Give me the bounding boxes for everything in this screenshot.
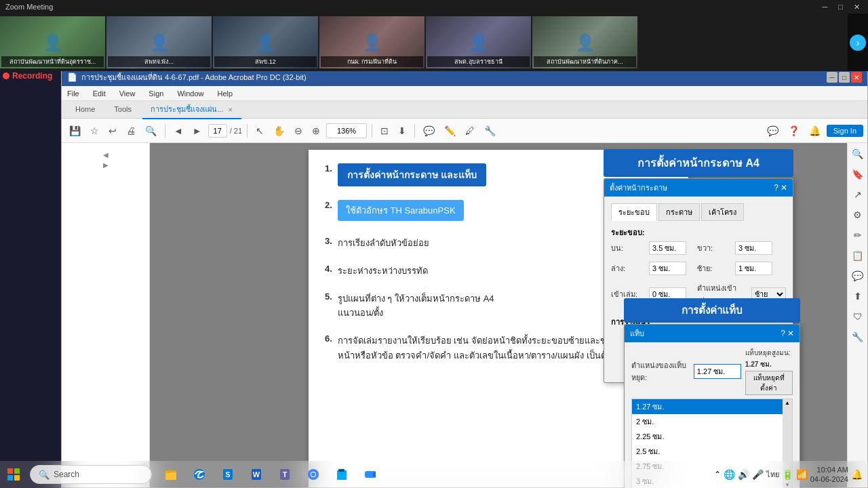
recording-label: Recording bbox=[12, 71, 52, 81]
menu-window[interactable]: Window bbox=[174, 88, 206, 99]
toolbar-comment2-button[interactable]: 💬 bbox=[764, 123, 782, 138]
rt-shield-button[interactable]: 🛡 bbox=[850, 308, 865, 325]
taskbar-app-explorer[interactable] bbox=[157, 461, 184, 488]
system-tray-up-icon[interactable]: ⌃ bbox=[714, 470, 721, 479]
toolbar-next-page-button[interactable]: ► bbox=[189, 123, 205, 138]
toolbar-pen-button[interactable]: ✏️ bbox=[441, 123, 459, 138]
dialog2-help-button[interactable]: ? bbox=[781, 329, 785, 338]
taskbar-app-word[interactable]: W bbox=[243, 461, 270, 488]
rt-bookmark-button[interactable]: 🔖 bbox=[849, 166, 866, 182]
dialog1-tab-margin[interactable]: ระยะขอบ bbox=[611, 203, 657, 221]
toolbar-notify-button[interactable]: 🔔 bbox=[806, 123, 824, 138]
rt-paste-button[interactable]: 📋 bbox=[849, 247, 866, 264]
menu-file[interactable]: File bbox=[64, 88, 82, 99]
dialog1-top-input[interactable] bbox=[649, 241, 686, 255]
start-button[interactable] bbox=[0, 461, 27, 488]
taskbar-app-teams[interactable]: T bbox=[271, 461, 298, 488]
video-thumb-5[interactable]: 👤 สพด.อุบลราชธานี bbox=[426, 16, 531, 68]
menu-view[interactable]: View bbox=[117, 88, 138, 99]
rt-pen-button[interactable]: ✏ bbox=[851, 227, 865, 243]
dialog1-help-button[interactable]: ? bbox=[774, 183, 778, 192]
windows-logo-icon bbox=[7, 468, 20, 481]
taskbar-app-edge[interactable] bbox=[186, 461, 213, 488]
toolbar-bookmark-button[interactable]: ☆ bbox=[87, 123, 102, 138]
menu-sign[interactable]: Sign bbox=[146, 88, 166, 99]
video-thumb-3[interactable]: 👤 สพข.12 bbox=[213, 16, 318, 68]
taskbar-app-zoom[interactable] bbox=[357, 461, 384, 488]
tab-close-icon[interactable]: ✕ bbox=[228, 106, 233, 113]
video-thumb-2[interactable]: 👤 สพทจ.พัง... bbox=[106, 16, 212, 68]
toolbar-highlight-button[interactable]: 🖊 bbox=[462, 123, 478, 138]
taskbar-app-store[interactable]: S bbox=[214, 461, 241, 488]
battery-icon[interactable]: 🔋 bbox=[782, 469, 793, 480]
dialog1-right-input[interactable] bbox=[735, 241, 772, 255]
microphone-icon[interactable]: 🎤 bbox=[752, 469, 764, 480]
menu-edit[interactable]: Edit bbox=[90, 88, 108, 99]
pdf-num-2: 2. bbox=[325, 200, 332, 221]
dialog1-close-button[interactable]: ✕ bbox=[781, 183, 787, 192]
toolbar-zoom-in-button[interactable]: ⊕ bbox=[309, 123, 323, 138]
toolbar-undo-button[interactable]: ↩ bbox=[105, 123, 120, 138]
maximize-button[interactable]: □ bbox=[835, 3, 846, 12]
toolbar-tools-button[interactable]: 🔧 bbox=[481, 123, 499, 138]
menu-help[interactable]: Help bbox=[215, 88, 236, 99]
toolbar-comment-button[interactable]: 💬 bbox=[420, 123, 438, 138]
acrobat-maximize-button[interactable]: □ bbox=[839, 72, 850, 83]
network-icon[interactable]: 🌐 bbox=[724, 469, 735, 480]
dialog1-tab-paper[interactable]: กระดาษ bbox=[658, 203, 700, 221]
acrobat-minimize-button[interactable]: ─ bbox=[827, 72, 837, 83]
toolbar-cursor-button[interactable]: ↖ bbox=[252, 123, 267, 138]
taskbar-datetime[interactable]: 10:04 AM 04-06-2024 bbox=[810, 465, 848, 485]
dialog2-option-4[interactable]: 2.5 ซม. bbox=[632, 444, 792, 459]
rt-zoom-in-button[interactable]: 🔍 bbox=[849, 146, 866, 162]
acrobat-close-button[interactable]: ✕ bbox=[851, 72, 862, 83]
dialog1-bottom-input[interactable] bbox=[649, 262, 686, 275]
toolbar-help-button[interactable]: ❓ bbox=[785, 123, 803, 138]
tab-document[interactable]: การประชุมชี้แจงแผ่น... ✕ bbox=[142, 100, 241, 119]
toolbar-search-button[interactable]: 🔍 bbox=[142, 123, 160, 138]
dialog2-clear-default-button[interactable]: แท็บหยุดที่ตั้งค่า bbox=[745, 371, 793, 395]
rt-share-button[interactable]: ↗ bbox=[851, 186, 865, 203]
tab-tools[interactable]: Tools bbox=[106, 102, 140, 117]
dialog2-option-1[interactable]: 1.27 ซม. bbox=[632, 399, 792, 414]
taskbar-app-files[interactable] bbox=[328, 461, 355, 488]
dialog1-field-left2: ซ้าย: bbox=[697, 262, 786, 275]
dialog1-controls: ? ✕ bbox=[774, 183, 787, 192]
wifi-icon[interactable]: 📶 bbox=[796, 469, 808, 480]
rt-comment-button[interactable]: 💬 bbox=[849, 268, 866, 284]
close-button[interactable]: ✕ bbox=[851, 3, 863, 12]
dialog2-titlebar: แท็บ ? ✕ bbox=[625, 325, 800, 342]
video-thumb-1[interactable]: 👤 สถาบันพัฒนาหน้าที่ดินอุตรราช... bbox=[0, 16, 105, 68]
dialog1-title: ตั้งค่าหน้ากระดาษ bbox=[610, 182, 667, 194]
speaker-icon[interactable]: 🔊 bbox=[738, 469, 749, 480]
minimize-button[interactable]: ─ bbox=[820, 3, 831, 12]
page-number-input[interactable] bbox=[208, 124, 227, 138]
zoom-level-input[interactable] bbox=[326, 123, 367, 138]
video-next-button[interactable]: › bbox=[848, 14, 868, 71]
toolbar-print-button[interactable]: 🖨 bbox=[123, 123, 139, 138]
dialog2-position-input[interactable] bbox=[694, 364, 741, 379]
signin-button[interactable]: Sign In bbox=[827, 125, 863, 137]
toolbar-hand-button[interactable]: ✋ bbox=[270, 123, 288, 138]
dialog2-option-3[interactable]: 2.25 ซม. bbox=[632, 429, 792, 444]
rt-export-button[interactable]: ⬆ bbox=[851, 288, 865, 304]
tab-home[interactable]: Home bbox=[67, 102, 103, 117]
acrobat-title: การประชุมชี้แจงแผนที่ดิน 4-6-67.pdf - Ad… bbox=[81, 71, 307, 83]
toolbar-zoom-out-button[interactable]: ⊖ bbox=[291, 123, 306, 138]
toolbar-save-button[interactable]: 💾 bbox=[66, 123, 84, 138]
dialog1-tab-layout[interactable]: เค้าโครง bbox=[701, 203, 744, 221]
rt-tools-button[interactable]: ⚙ bbox=[850, 207, 865, 223]
rt-settings-button[interactable]: 🔧 bbox=[849, 329, 866, 345]
video-thumb-6[interactable]: 👤 สถาบันพัฒนาหน้าที่ดินภาค... bbox=[532, 16, 637, 68]
dialog2-close-button[interactable]: ✕ bbox=[787, 329, 794, 338]
toolbar-prev-page-button[interactable]: ◄ bbox=[170, 123, 186, 138]
dialog1-tabs: ระยะขอบ กระดาษ เค้าโครง bbox=[611, 203, 786, 221]
dialog2-option-2[interactable]: 2 ซม. bbox=[632, 414, 792, 429]
video-thumb-4[interactable]: 👤 กนผ. กรม/ผ้นาที่ดิน bbox=[319, 16, 425, 68]
toolbar-fit-button[interactable]: ⊡ bbox=[377, 123, 392, 138]
toolbar-rotate-button[interactable]: ⬇ bbox=[395, 123, 410, 138]
dialog1-left2-input[interactable] bbox=[735, 262, 772, 275]
notification-icon[interactable]: 🔔 bbox=[851, 469, 863, 480]
taskbar-search[interactable]: 🔍 Search bbox=[30, 465, 152, 484]
taskbar-app-chrome[interactable] bbox=[300, 461, 327, 488]
